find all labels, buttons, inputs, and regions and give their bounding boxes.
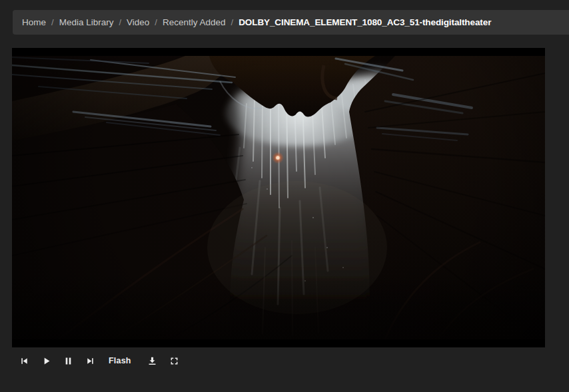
breadcrumb-item-current-title: DOLBY_CINEMA_ELEMENT_1080_AC3_51-thedigi… (239, 18, 491, 27)
skip-next-icon (85, 355, 96, 367)
player-controls: Flash (17, 353, 181, 368)
breadcrumb-item-home[interactable]: Home (22, 18, 46, 27)
play-icon (41, 355, 52, 367)
download-icon (147, 355, 158, 367)
breadcrumb-separator: / (155, 18, 157, 27)
flash-mode-button[interactable]: Flash (109, 356, 131, 365)
breadcrumb-item-recently-added[interactable]: Recently Added (163, 18, 226, 27)
play-button[interactable] (39, 354, 53, 367)
skip-previous-button[interactable] (17, 354, 31, 367)
breadcrumb-item-media-library[interactable]: Media Library (59, 18, 114, 27)
skip-previous-icon (19, 355, 30, 367)
pause-icon (63, 355, 74, 367)
fullscreen-icon (169, 355, 180, 367)
breadcrumb-separator: / (119, 18, 121, 27)
skip-next-button[interactable] (83, 354, 97, 367)
pause-button[interactable] (61, 354, 75, 367)
page: { "colors": { "page_bg": "#212121", "bre… (0, 0, 569, 392)
breadcrumb-item-video[interactable]: Video (127, 18, 149, 27)
breadcrumb: Home / Media Library / Video / Recently … (13, 10, 569, 35)
fullscreen-button[interactable] (168, 354, 181, 367)
download-button[interactable] (146, 354, 159, 367)
video-player[interactable] (12, 48, 545, 347)
video-frame (12, 48, 545, 347)
breadcrumb-separator: / (231, 18, 234, 27)
breadcrumb-separator: / (51, 18, 54, 27)
